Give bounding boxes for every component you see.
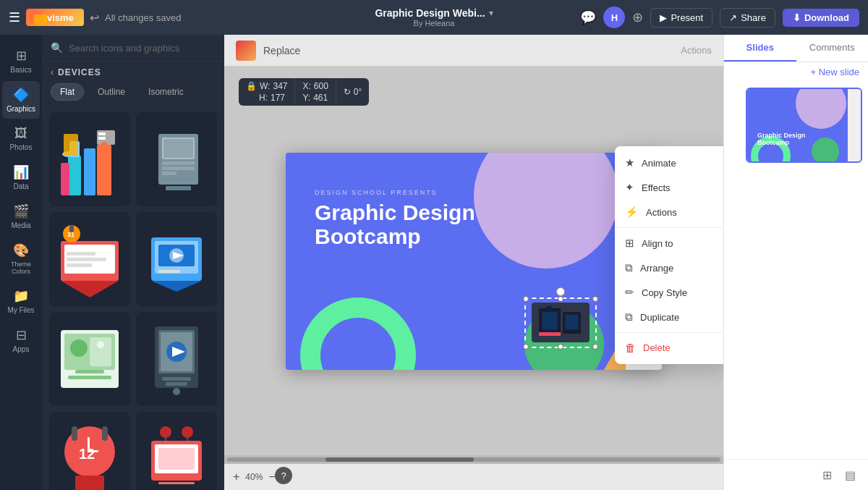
canvas-content[interactable]: Day-01 DESIGN SCHOOL PRESENTS Graphic De… [224,67,723,455]
zoom-plus-button[interactable]: + [233,470,239,483]
sidebar-item-data[interactable]: 📊 Data [2,159,40,196]
slide-thumbnail-1[interactable]: Graphic DesignBootcamp [746,88,862,163]
sidebar-item-theme-colors[interactable]: 🎨 Theme Colors [2,237,40,281]
svg-rect-66 [158,477,195,481]
handle-bottom-right[interactable] [592,344,598,350]
sidebar-item-apps[interactable]: ⊟ Apps [2,321,40,359]
sidebar-item-photos[interactable]: 🖼 Photos [2,120,40,157]
height-label: H: [259,93,268,103]
handle-bottom-left[interactable] [523,344,529,350]
play-icon: ▶ [660,12,667,23]
graphic-item[interactable] [136,412,217,490]
graphics-panel: 🔍 ‹ DEVICES Flat Outline Isometric [42,35,224,490]
menu-item-copy-style[interactable]: ✏ Copy Style [615,280,723,305]
menu-item-actions[interactable]: ⚡ Actions [615,200,723,224]
transform-position-group: X: 600 Y: 461 [295,78,336,106]
zoom-level: 40% [245,472,263,482]
navbar-right: 💬 H ⊕ ▶ Present ↗ Share ⬇ Download [501,7,859,28]
sidebar-item-graphics[interactable]: 🔷 Graphics [2,81,40,119]
handle-top-left[interactable] [523,296,529,302]
y-value[interactable]: 461 [313,93,328,103]
replace-label: Replace [263,45,300,56]
sidebar-item-media[interactable]: 🎬 Media [2,198,40,235]
graphic-item[interactable]: 12 [49,412,130,490]
navbar: ☰ visme ↩ All changes saved Graphic Desi… [0,0,868,35]
x-value[interactable]: 600 [314,81,328,91]
back-icon[interactable]: ‹ [51,67,54,77]
tab-comments[interactable]: Comments [796,35,869,62]
scrollbar-thumb[interactable] [326,457,474,462]
menu-item-delete[interactable]: 🗑 Delete [615,336,723,360]
tab-outline[interactable]: Outline [88,83,135,101]
graphic-item[interactable] [136,212,217,306]
selected-element[interactable] [524,297,597,348]
navbar-center: Graphic Design Webi... ▾ By Heleana [375,7,493,28]
slide-canvas[interactable]: Day-01 DESIGN SCHOOL PRESENTS Graphic De… [286,153,662,370]
svg-rect-50 [166,382,187,386]
search-input[interactable] [69,43,216,54]
avatar[interactable]: H [603,7,625,28]
thumb-white-strip [848,89,861,161]
slide-text-area[interactable]: DESIGN SCHOOL PRESENTS Graphic Design Bo… [315,189,475,248]
tab-slides[interactable]: Slides [724,35,796,62]
y-label: Y: [302,93,310,103]
sidebar-item-basics[interactable]: ⊞ Basics [2,42,40,80]
download-button[interactable]: ⬇ Download [783,9,859,27]
right-sidebar: Slides Comments + New slide 1 Graphic De… [723,35,868,490]
svg-point-43 [97,341,104,348]
new-slide-button[interactable]: + New slide [724,62,868,82]
tab-flat[interactable]: Flat [51,83,84,101]
thumb-circle-3 [812,138,839,161]
share-button[interactable]: ↗ Share [720,8,775,28]
angle-value[interactable]: 0° [354,87,362,97]
scrollbar-track[interactable] [227,457,720,462]
svg-rect-5 [61,163,69,195]
height-value[interactable]: 177 [271,93,285,103]
menu-item-animate[interactable]: ★ Animate [615,151,723,175]
sidebar-item-my-files[interactable]: 📁 My Files [2,282,40,320]
tab-isometric[interactable]: Isometric [139,83,193,101]
graphic-item[interactable] [136,312,217,406]
view-grid-button[interactable]: ⊞ [817,465,836,484]
doc-title[interactable]: Graphic Design Webi... [375,7,485,19]
svg-rect-58 [88,450,98,452]
breadcrumb-label: DEVICES [58,67,101,77]
copy-style-icon: ✏ [625,286,634,299]
present-button[interactable]: ▶ Present [650,8,712,28]
handle-bottom-center[interactable] [558,344,563,350]
svg-rect-49 [162,377,191,381]
menu-item-align-to[interactable]: ⊞ Align to [615,231,723,255]
arrange-icon: ⧉ [625,261,633,274]
replace-color-swatch[interactable] [236,41,256,61]
rotate-handle[interactable] [556,287,565,296]
graphic-item[interactable] [136,112,217,206]
transform-angle-group: ↻ 0° [336,84,369,100]
menu-item-effects[interactable]: ✦ Effects [615,175,723,200]
menu-item-duplicate[interactable]: ⧉ Duplicate [615,305,723,329]
graphic-item[interactable] [49,112,130,206]
svg-point-13 [101,142,108,149]
svg-rect-12 [98,137,106,140]
rotate-icon: ↻ [344,87,351,97]
device-graphic-element[interactable] [532,303,590,342]
handle-top-center[interactable] [558,296,563,302]
help-button[interactable]: ? [275,467,292,484]
transform-bar: 🔒 W: 347 H: 177 X: 600 Y: 461 [239,78,369,106]
hamburger-icon[interactable]: ☰ [9,9,20,25]
graphic-item[interactable]: 31 [49,212,130,306]
horizontal-scrollbar[interactable] [224,455,723,464]
panel-search: 🔍 [42,35,224,62]
add-person-icon[interactable]: ⊕ [632,9,643,25]
chevron-down-icon[interactable]: ▾ [489,8,493,18]
view-list-button[interactable]: ▤ [841,465,859,484]
navbar-left: ☰ visme ↩ All changes saved [9,9,367,26]
graphic-item[interactable] [49,312,130,406]
menu-item-arrange[interactable]: ⧉ Arrange [615,255,723,280]
search-icon: 🔍 [51,42,63,54]
slide-item-1: 1 Graphic DesignBootcamp [730,88,862,163]
comment-icon[interactable]: 💬 [580,9,596,25]
width-value[interactable]: 347 [273,81,287,91]
undo-icon[interactable]: ↩ [90,11,99,25]
context-menu: ★ Animate ✦ Effects ⚡ Actions ⊞ Align to [615,146,723,364]
handle-top-right[interactable] [592,296,598,302]
